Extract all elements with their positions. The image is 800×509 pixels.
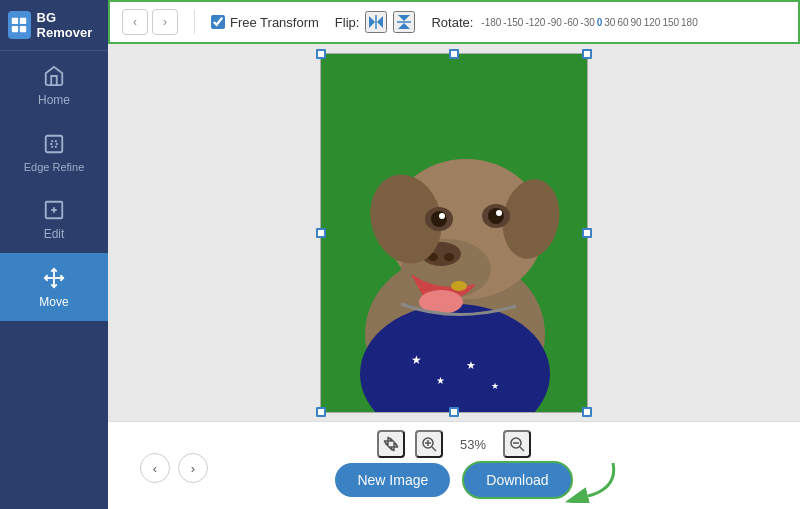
svg-rect-3 <box>20 26 26 32</box>
rotate-val-120: 120 <box>644 17 661 28</box>
svg-point-31 <box>431 211 447 227</box>
rotate-val-neg150: -150 <box>503 17 523 28</box>
transform-handle-bottom-mid[interactable] <box>449 407 459 417</box>
sidebar-edge-refine-label: Edge Refine <box>24 161 85 173</box>
rotate-val-180: 180 <box>681 17 698 28</box>
svg-rect-2 <box>12 26 18 32</box>
svg-marker-10 <box>369 16 375 28</box>
rotate-val-neg90: -90 <box>547 17 561 28</box>
app-header: BG Remover <box>0 0 108 51</box>
toolbar: ‹ › Free Transform Flip: <box>108 0 800 44</box>
transform-handle-bottom-right[interactable] <box>582 407 592 417</box>
edit-icon <box>41 197 67 223</box>
rotate-area: Rotate: -180 -150 -120 -90 -60 -30 0 30 … <box>431 15 786 30</box>
dog-image: ★ ★ ★ ★ <box>321 54 587 412</box>
rotate-val-neg120: -120 <box>525 17 545 28</box>
sidebar-item-edge-refine[interactable]: Edge Refine <box>0 119 108 185</box>
prev-image-button[interactable]: ‹ <box>140 453 170 483</box>
free-transform-area: Free Transform <box>211 15 319 30</box>
svg-text:★: ★ <box>466 359 476 371</box>
flip-area: Flip: <box>335 11 416 33</box>
sidebar-item-edit[interactable]: Edit <box>0 185 108 253</box>
svg-text:★: ★ <box>491 381 499 391</box>
svg-marker-13 <box>398 15 410 21</box>
rotate-val-30: 30 <box>604 17 615 28</box>
svg-text:★: ★ <box>411 353 422 367</box>
svg-rect-0 <box>12 18 18 24</box>
free-transform-checkbox[interactable] <box>211 15 225 29</box>
download-button[interactable]: Download <box>462 461 572 499</box>
transform-handle-top-right[interactable] <box>582 49 592 59</box>
rotate-val-neg60: -60 <box>564 17 578 28</box>
sidebar-home-label: Home <box>38 93 70 107</box>
transform-handle-top-mid[interactable] <box>449 49 459 59</box>
rotate-val-zero: 0 <box>597 17 603 28</box>
app-title: BG Remover <box>37 10 100 40</box>
sidebar-item-move[interactable]: Move <box>0 253 108 321</box>
toolbar-nav: ‹ › <box>122 9 178 35</box>
action-buttons: New Image Download <box>335 461 572 499</box>
main-area: ‹ › Free Transform Flip: <box>108 0 800 509</box>
rotate-ruler: -180 -150 -120 -90 -60 -30 0 30 60 90 12… <box>481 17 697 28</box>
edge-refine-icon <box>41 131 67 157</box>
flip-horizontal-button[interactable] <box>365 11 387 33</box>
transform-handle-mid-right[interactable] <box>582 228 592 238</box>
svg-point-36 <box>451 281 467 291</box>
transform-handle-top-left[interactable] <box>316 49 326 59</box>
flip-label: Flip: <box>335 15 360 30</box>
svg-line-42 <box>520 447 524 451</box>
svg-point-32 <box>439 213 445 219</box>
free-transform-checkbox-label[interactable]: Free Transform <box>211 15 319 30</box>
zoom-level: 53% <box>453 437 493 452</box>
svg-rect-1 <box>20 18 26 24</box>
transform-handle-bottom-left[interactable] <box>316 407 326 417</box>
next-image-button[interactable]: › <box>178 453 208 483</box>
svg-point-35 <box>496 210 502 216</box>
rotate-label: Rotate: <box>431 15 473 30</box>
home-icon <box>41 63 67 89</box>
zoom-out-button[interactable] <box>503 430 531 458</box>
arrow-indicator <box>563 458 618 507</box>
move-icon <box>41 265 67 291</box>
svg-line-38 <box>432 447 436 451</box>
svg-point-26 <box>444 253 454 261</box>
rotate-val-60: 60 <box>617 17 628 28</box>
forward-button[interactable]: › <box>152 9 178 35</box>
green-screen-background: ★ ★ ★ ★ <box>321 54 587 412</box>
flip-vertical-button[interactable] <box>393 11 415 33</box>
image-container: ★ ★ ★ ★ <box>320 53 588 413</box>
sidebar-item-home[interactable]: Home <box>0 51 108 119</box>
zoom-in-button[interactable] <box>415 430 443 458</box>
free-transform-label: Free Transform <box>230 15 319 30</box>
svg-rect-4 <box>46 136 63 153</box>
toolbar-divider <box>194 10 195 34</box>
rotate-val-neg180: -180 <box>481 17 501 28</box>
svg-marker-15 <box>398 23 410 29</box>
pan-button[interactable] <box>377 430 405 458</box>
rotate-val-90: 90 <box>631 17 642 28</box>
bottom-bar: 53% ‹ › New Image Download <box>108 421 800 509</box>
transform-handle-mid-left[interactable] <box>316 228 326 238</box>
rotate-val-150: 150 <box>662 17 679 28</box>
svg-marker-12 <box>377 16 383 28</box>
back-button[interactable]: ‹ <box>122 9 148 35</box>
new-image-button[interactable]: New Image <box>335 463 450 497</box>
zoom-controls: 53% <box>377 430 531 458</box>
svg-point-34 <box>488 208 504 224</box>
canvas-area[interactable]: ★ ★ ★ ★ <box>108 44 800 421</box>
rotate-val-neg30: -30 <box>580 17 594 28</box>
download-container: Download <box>462 461 572 499</box>
app-icon <box>8 11 31 39</box>
sidebar-move-label: Move <box>39 295 68 309</box>
sidebar-edit-label: Edit <box>44 227 65 241</box>
sidebar: BG Remover Home Edge Refine <box>0 0 108 509</box>
svg-text:★: ★ <box>436 375 445 386</box>
bottom-nav: ‹ › <box>140 453 208 483</box>
